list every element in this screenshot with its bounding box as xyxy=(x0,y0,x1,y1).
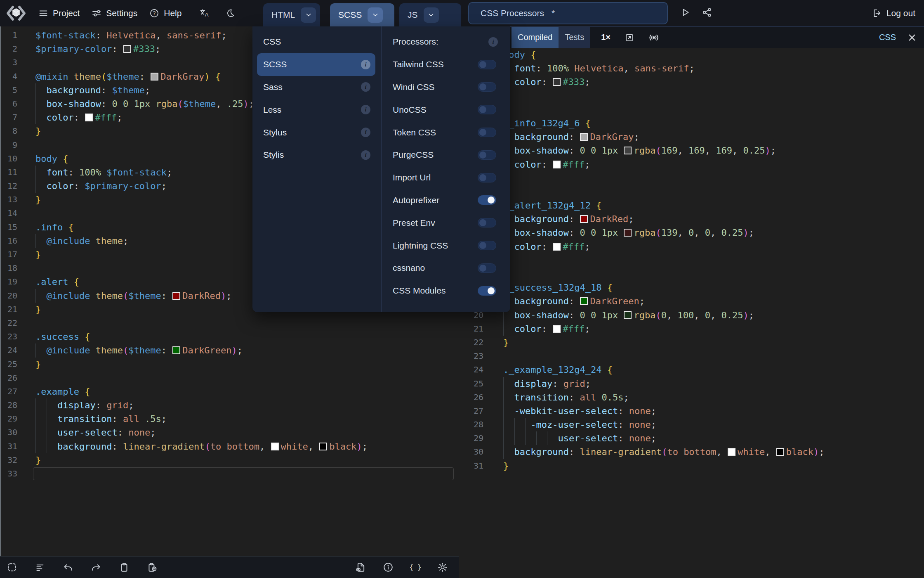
code-line-20[interactable]: 20 box-shadow: 0 0 1px rgba(0, 100, 0, 0… xyxy=(459,308,924,322)
processor-toggle-cssnano[interactable] xyxy=(478,263,496,273)
code-line-2[interactable]: 2 font: 100% Helvetica, sans-serif; xyxy=(459,62,924,75)
code-line-4[interactable]: 4} xyxy=(459,89,924,103)
settings-menu[interactable]: Settings xyxy=(92,8,137,18)
code-line-28[interactable]: 28 display: grid; xyxy=(0,398,459,412)
undo-icon[interactable] xyxy=(63,562,73,573)
language-item-less[interactable]: Lessi xyxy=(257,98,375,121)
code-line-9[interactable]: 9 color: #fff; xyxy=(459,158,924,171)
preview-tab-tests[interactable]: Tests xyxy=(559,27,590,48)
code-line-25[interactable]: 25 display: grid; xyxy=(459,377,924,391)
processor-toggle-tailwind-css[interactable] xyxy=(478,60,496,69)
preview-tab-compiled[interactable]: Compiled xyxy=(512,27,559,48)
processor-toggle-import-url[interactable] xyxy=(478,173,496,182)
code-line-17[interactable]: 17 xyxy=(459,267,924,281)
compiled-css-view[interactable]: 1body {2 font: 100% Helvetica, sans-seri… xyxy=(459,48,924,578)
clipboard-minus-icon[interactable] xyxy=(147,562,158,573)
redo-icon[interactable] xyxy=(91,562,101,573)
code-line-18[interactable]: 18._success_132g4_18 { xyxy=(459,281,924,294)
file-link-icon[interactable] xyxy=(356,562,366,573)
code-line-24[interactable]: 24 @include theme($theme: DarkGreen); xyxy=(0,343,459,357)
code-line-32[interactable]: 32} xyxy=(0,453,459,467)
language-item-stylus[interactable]: Stylusi xyxy=(257,121,375,144)
code-line-13[interactable]: 13 background: DarkRed; xyxy=(459,212,924,226)
processor-toggle-autoprefixer[interactable] xyxy=(478,195,496,205)
code-line-1[interactable]: 1body { xyxy=(459,48,924,62)
code-line-30[interactable]: 30 background: linear-gradient(to bottom… xyxy=(459,445,924,459)
code-line-22[interactable]: 22} xyxy=(459,336,924,349)
processor-toggle-css-modules[interactable] xyxy=(478,286,496,296)
processor-toggle-preset-env[interactable] xyxy=(478,218,496,227)
info-icon[interactable]: i xyxy=(361,60,370,69)
code-line-31[interactable]: 31 background: linear-gradient(to bottom… xyxy=(0,440,459,453)
processor-toggle-lightning-css[interactable] xyxy=(478,241,496,250)
code-line-26[interactable]: 26 transition: all 0.5s; xyxy=(459,391,924,404)
info-icon[interactable]: i xyxy=(488,37,498,47)
code-line-29[interactable]: 29 user-select: none; xyxy=(459,431,924,445)
dark-mode-toggle-icon[interactable] xyxy=(225,8,235,18)
code-line-10[interactable]: 10} xyxy=(459,171,924,185)
chevron-down-icon[interactable] xyxy=(368,7,383,23)
app-logo-icon[interactable] xyxy=(6,4,26,22)
code-line-11[interactable]: 11 xyxy=(459,185,924,199)
color-swatch[interactable] xyxy=(151,73,158,81)
code-line-8[interactable]: 8 box-shadow: 0 0 1px rgba(169, 169, 169… xyxy=(459,144,924,157)
info-icon[interactable]: i xyxy=(361,82,370,92)
project-menu[interactable]: Project xyxy=(38,8,80,18)
language-item-css[interactable]: CSS xyxy=(257,31,375,53)
code-line-3[interactable]: 3 color: #333; xyxy=(459,75,924,89)
share-button[interactable] xyxy=(702,7,712,18)
code-line-30[interactable]: 30 user-select: none; xyxy=(0,426,459,439)
code-line-29[interactable]: 29 transition: all .5s; xyxy=(0,412,459,426)
info-icon[interactable]: i xyxy=(361,128,370,137)
color-swatch[interactable] xyxy=(271,443,279,450)
code-line-21[interactable]: 21 color: #fff; xyxy=(459,322,924,336)
chevron-down-icon[interactable] xyxy=(301,7,316,23)
code-line-12[interactable]: 12._alert_132g4_12 { xyxy=(459,199,924,212)
chevron-down-icon[interactable] xyxy=(424,7,439,23)
run-button[interactable] xyxy=(680,7,691,18)
processor-toggle-purgecss[interactable] xyxy=(478,150,496,160)
color-swatch[interactable] xyxy=(172,292,180,300)
code-line-25[interactable]: 25} xyxy=(0,358,459,371)
color-swatch[interactable] xyxy=(553,78,561,86)
processor-toggle-windi-css[interactable] xyxy=(478,82,496,92)
braces-icon[interactable]: { } xyxy=(410,562,421,573)
settings-icon[interactable] xyxy=(437,562,448,573)
code-line-23[interactable]: 23 xyxy=(459,349,924,363)
language-item-stylis[interactable]: Stylisi xyxy=(257,144,375,166)
color-swatch[interactable] xyxy=(624,229,632,237)
color-swatch[interactable] xyxy=(172,346,180,354)
code-line-19[interactable]: 19 background: DarkGreen; xyxy=(459,294,924,308)
color-swatch[interactable] xyxy=(553,243,561,251)
code-line-28[interactable]: 28 -moz-user-select: none; xyxy=(459,418,924,431)
color-swatch[interactable] xyxy=(580,297,588,305)
language-item-scss[interactable]: SCSSi xyxy=(257,53,375,76)
close-icon[interactable] xyxy=(907,32,917,43)
live-reload-icon[interactable] xyxy=(648,32,659,43)
info-icon[interactable]: i xyxy=(361,105,370,114)
color-swatch[interactable] xyxy=(624,147,632,154)
help-menu[interactable]: ? Help xyxy=(149,8,182,18)
code-line-22[interactable]: 22 xyxy=(0,316,459,330)
selection-icon[interactable] xyxy=(7,562,17,573)
color-swatch[interactable] xyxy=(319,443,327,450)
code-line-6[interactable]: 6._info_132g4_6 { xyxy=(459,116,924,130)
color-swatch[interactable] xyxy=(580,215,588,223)
file-tab-scss[interactable]: SCSS xyxy=(330,3,394,26)
file-tab-js[interactable]: JS xyxy=(399,3,461,26)
language-item-sass[interactable]: Sassi xyxy=(257,76,375,99)
code-line-7[interactable]: 7 background: DarkGray; xyxy=(459,130,924,144)
code-line-14[interactable]: 14 box-shadow: 0 0 1px rgba(139, 0, 0, 0… xyxy=(459,226,924,239)
code-line-5[interactable]: 5 xyxy=(459,103,924,116)
file-tab-html[interactable]: HTML xyxy=(263,3,320,26)
processor-toggle-unocss[interactable] xyxy=(478,105,496,114)
project-title-field[interactable]: CSS Processors * xyxy=(468,2,668,24)
color-swatch[interactable] xyxy=(553,325,561,333)
color-swatch[interactable] xyxy=(728,448,735,456)
code-line-23[interactable]: 23.success { xyxy=(0,330,459,343)
code-line-27[interactable]: 27 -webkit-user-select: none; xyxy=(459,404,924,418)
code-line-24[interactable]: 24._example_132g4_24 { xyxy=(459,363,924,377)
info-circle-icon[interactable] xyxy=(383,562,394,573)
color-swatch[interactable] xyxy=(123,45,131,53)
logout-button[interactable]: Log out xyxy=(872,0,915,26)
